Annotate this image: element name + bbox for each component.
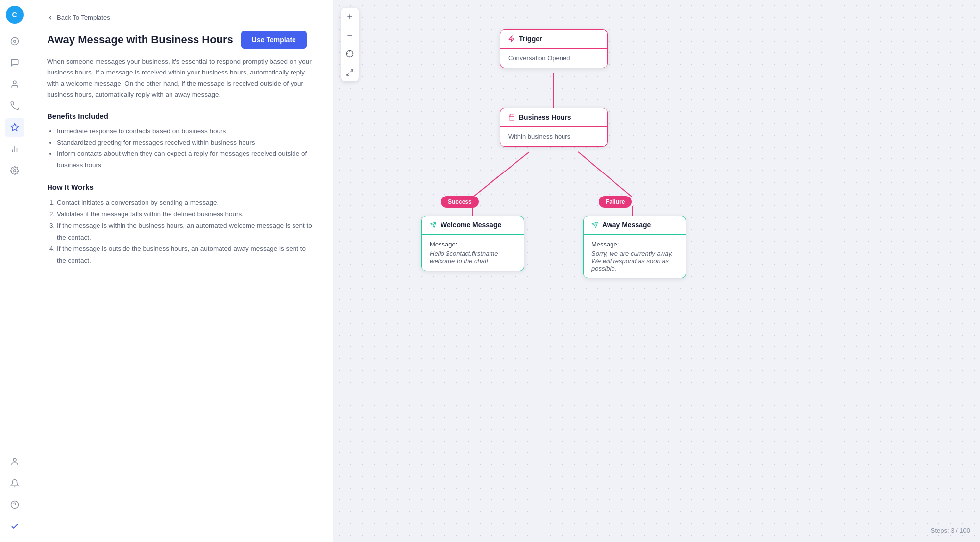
automations-icon: [10, 123, 19, 132]
biz-node-header: Business Hours: [500, 108, 607, 127]
benefit-item: Immediate response to contacts based on …: [57, 126, 315, 137]
contacts-icon: [10, 80, 19, 89]
svg-point-1: [13, 40, 16, 43]
step-item: Validates if the message falls within th…: [57, 208, 315, 220]
flow-connections: [392, 29, 715, 323]
welcome-node-body: Message: Hello $contact.firstname welcom…: [422, 235, 524, 271]
use-template-button[interactable]: Use Template: [241, 31, 307, 49]
step-item: Contact initiates a conversation by send…: [57, 197, 315, 209]
sidebar-item-contacts[interactable]: [5, 74, 24, 94]
calendar-icon: [508, 114, 515, 121]
trigger-node-header: Trigger: [500, 30, 607, 49]
trigger-node-title: Trigger: [519, 35, 542, 43]
benefits-list: Immediate response to contacts based on …: [47, 126, 315, 171]
svg-point-8: [13, 458, 16, 461]
minus-icon: [346, 31, 354, 39]
trigger-icon: [508, 35, 515, 42]
svg-line-22: [473, 152, 529, 197]
away-message-node: Away Message Message: Sorry, we are curr…: [583, 216, 686, 278]
sidebar-item-broadcast[interactable]: [5, 96, 24, 116]
sidebar-item-notifications[interactable]: [5, 473, 24, 493]
broadcast-icon: [10, 101, 19, 110]
help-icon: [10, 500, 19, 509]
sidebar-item-check[interactable]: [5, 517, 24, 536]
welcome-node-title: Welcome Message: [441, 221, 501, 229]
welcome-message-node: Welcome Message Message: Hello $contact.…: [421, 216, 524, 271]
zoom-out-button[interactable]: [341, 26, 359, 44]
sidebar-item-dashboard[interactable]: [5, 31, 24, 51]
canvas-controls: [341, 8, 359, 81]
avatar: C: [6, 6, 24, 24]
away-message-content: Sorry, we are currently away. We will re…: [591, 250, 678, 272]
trigger-node-body: Conversation Opened: [500, 49, 607, 68]
svg-point-0: [11, 38, 18, 45]
center-view-button[interactable]: [341, 45, 359, 63]
benefit-item: Standardized greeting for messages recei…: [57, 137, 315, 148]
svg-point-7: [13, 170, 16, 172]
fullscreen-button[interactable]: [341, 64, 359, 81]
step-item: If the message is within the business ho…: [57, 220, 315, 243]
sidebar-item-help[interactable]: [5, 495, 24, 515]
flow-canvas[interactable]: Trigger Conversation Opened Business Hou…: [333, 0, 980, 542]
away-node-title: Away Message: [602, 221, 651, 229]
away-send-icon: [591, 222, 598, 228]
benefit-item: Inform contacts about when they can expe…: [57, 148, 315, 171]
send-icon: [430, 222, 437, 228]
how-it-works-list: Contact initiates a conversation by send…: [47, 197, 315, 267]
profile-icon: [10, 457, 19, 466]
steps-current: 3: [951, 527, 954, 534]
failure-badge: Failure: [599, 196, 632, 208]
away-node-body: Message: Sorry, we are currently away. W…: [584, 235, 686, 278]
notifications-icon: [10, 479, 19, 488]
svg-point-2: [13, 81, 16, 84]
reports-icon: [10, 145, 19, 153]
welcome-message-content: Hello $contact.firstname welcome to the …: [430, 250, 516, 265]
page-title: Away Message with Business Hours: [47, 33, 233, 46]
sidebar-item-profile[interactable]: [5, 452, 24, 471]
template-description: When someone messages your business, it'…: [47, 56, 315, 100]
biz-node-title: Business Hours: [519, 113, 571, 121]
zoom-in-button[interactable]: [341, 8, 359, 25]
back-link-label: Back To Templates: [57, 14, 110, 21]
sidebar: C: [0, 0, 29, 542]
steps-max: 100: [959, 527, 970, 534]
content-panel: Back To Templates Away Message with Busi…: [29, 0, 333, 542]
expand-icon: [346, 69, 354, 76]
steps-label: Steps:: [931, 527, 949, 534]
back-to-templates-link[interactable]: Back To Templates: [47, 14, 315, 21]
svg-line-23: [578, 152, 632, 197]
plus-icon: [346, 13, 354, 21]
chevron-left-icon: [47, 14, 54, 21]
svg-rect-27: [509, 115, 514, 120]
business-hours-node: Business Hours Within business hours: [500, 108, 608, 147]
away-node-header: Away Message: [584, 216, 686, 235]
sidebar-item-reports[interactable]: [5, 139, 24, 159]
svg-marker-3: [11, 124, 18, 131]
svg-line-20: [347, 73, 349, 75]
step-item: If the message is outside the business h…: [57, 243, 315, 266]
welcome-message-label: Message:: [430, 241, 516, 248]
steps-indicator: Steps: 3 / 100: [931, 527, 970, 534]
biz-node-body: Within business hours: [500, 127, 607, 146]
chat-icon: [10, 58, 19, 67]
how-it-works-title: How It Works: [47, 183, 315, 191]
away-message-label: Message:: [591, 241, 678, 248]
crosshair-icon: [346, 50, 354, 58]
sidebar-item-automations[interactable]: [5, 118, 24, 137]
sidebar-item-settings[interactable]: [5, 161, 24, 180]
benefits-title: Benefits Included: [47, 112, 315, 120]
svg-line-19: [350, 70, 353, 72]
trigger-node: Trigger Conversation Opened: [500, 29, 608, 68]
settings-icon: [10, 166, 19, 175]
sidebar-item-chat[interactable]: [5, 53, 24, 73]
success-badge: Success: [441, 196, 479, 208]
welcome-node-header: Welcome Message: [422, 216, 524, 235]
checkmark-icon: [10, 522, 19, 531]
page-header: Away Message with Business Hours Use Tem…: [47, 31, 315, 49]
dashboard-icon: [10, 37, 19, 46]
svg-marker-26: [509, 36, 514, 42]
